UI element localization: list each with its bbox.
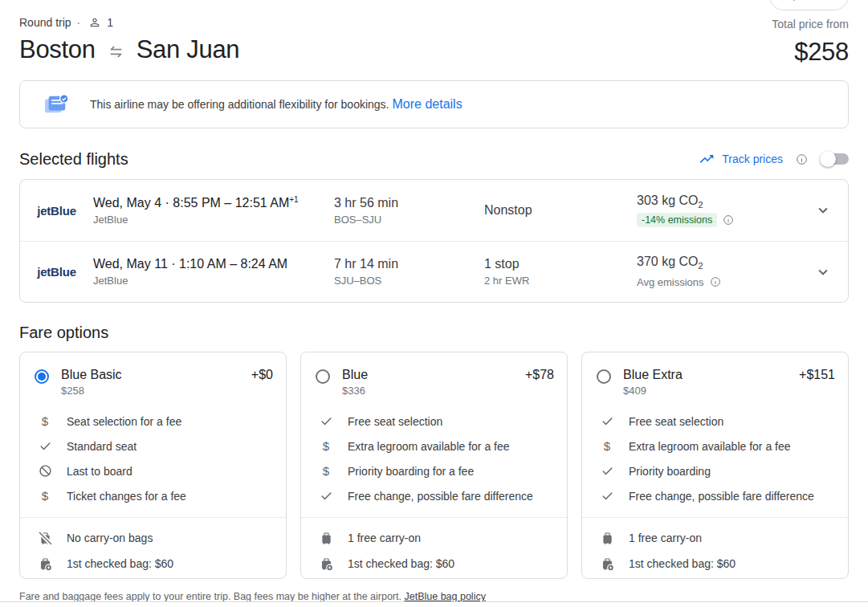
selected-flights-list: jetBlueWed, May 4 · 8:55 PM – 12:51 AM+1… xyxy=(19,179,849,303)
origin-city: Boston xyxy=(19,34,96,66)
flight-route: BOS–SJU xyxy=(334,214,484,226)
fare-disclaimer: Fare and baggage fees apply to your enti… xyxy=(19,591,849,602)
flight-duration: 3 hr 56 min xyxy=(334,196,484,210)
trip-summary: Round trip · 1 xyxy=(19,0,849,29)
destination-city: San Juan xyxy=(137,34,240,66)
emissions-info-icon[interactable] xyxy=(723,214,734,226)
check-icon xyxy=(317,489,335,503)
check-icon xyxy=(598,489,616,503)
flight-duration: 7 hr 14 min xyxy=(334,257,484,271)
card-divider xyxy=(582,517,848,518)
fare-feature: Free seat selection xyxy=(582,409,848,434)
share-button[interactable]: Share xyxy=(769,0,849,10)
fare-card-blue[interactable]: Blue$336+$78Free seat selection$Extra le… xyxy=(300,352,568,579)
fare-radio-blue[interactable] xyxy=(316,369,330,384)
selected-flights-title: Selected flights xyxy=(19,150,128,169)
total-price-label: Total price from xyxy=(772,18,849,31)
dollar-icon: $ xyxy=(598,439,616,453)
fare-delta-price: +$0 xyxy=(251,368,273,382)
fare-feature: Free change, possible fare difference xyxy=(582,483,848,508)
slash-circle-icon xyxy=(36,464,54,478)
track-prices-label[interactable]: Track prices xyxy=(722,153,783,165)
fare-base-price: $409 xyxy=(623,385,799,397)
fare-delta-price: +$151 xyxy=(799,368,835,382)
baggage-item: 1st checked bag: $60 xyxy=(20,551,286,576)
fare-feature: $Ticket changes for a fee xyxy=(20,483,286,508)
flight-co2: 303 kg CO2 xyxy=(637,194,789,210)
route-title: Boston San Juan xyxy=(19,34,849,66)
booking-flexibility-icon xyxy=(43,92,70,116)
price-block: Total price from $258 xyxy=(772,18,849,67)
flight-expand-chevron-icon[interactable] xyxy=(814,263,832,281)
fare-name: Blue Basic xyxy=(61,368,251,382)
track-prices-toggle[interactable] xyxy=(821,153,849,165)
flight-stops: 1 stop xyxy=(484,257,637,271)
total-price: $258 xyxy=(772,38,849,67)
flight-stops: Nonstop xyxy=(484,203,637,218)
fare-feature: Free change, possible fare difference xyxy=(301,483,567,508)
bottom-divider xyxy=(0,601,868,602)
check-icon xyxy=(317,414,335,428)
baggage-item: No carry-on bags xyxy=(20,525,286,551)
flight-datetime: Wed, May 11 · 1:10 AM – 8:24 AM xyxy=(93,257,334,271)
airline-name: JetBlue xyxy=(93,214,334,226)
fare-feature: $Seat selection for a fee xyxy=(20,409,286,434)
more-details-link[interactable]: More details xyxy=(393,97,463,112)
share-button-label: Share xyxy=(804,0,833,2)
dollar-icon: $ xyxy=(317,464,335,478)
flight-emissions: -14% emissions xyxy=(637,210,789,227)
no-carry-on-icon xyxy=(36,531,54,546)
checked-bag-icon xyxy=(598,556,616,572)
fare-feature: Free seat selection xyxy=(301,409,567,434)
dollar-icon: $ xyxy=(36,489,54,503)
fare-radio-blue-extra[interactable] xyxy=(597,369,611,384)
fare-options-title: Fare options xyxy=(19,324,108,342)
fare-disclaimer-text: Fare and baggage fees apply to your enti… xyxy=(19,591,401,602)
baggage-item: 1st checked bag: $60 xyxy=(582,551,848,576)
fare-feature: Standard seat xyxy=(20,434,286,458)
flight-expand-chevron-icon[interactable] xyxy=(814,202,832,219)
fare-card-blue-basic[interactable]: Blue Basic$258+$0$Seat selection for a f… xyxy=(19,352,287,579)
dollar-icon: $ xyxy=(36,414,54,428)
fare-feature: $Extra legroom available for a fee xyxy=(582,434,848,458)
fare-card-blue-extra[interactable]: Blue Extra$409+$151Free seat selection$E… xyxy=(581,352,849,579)
bag-policy-link[interactable]: JetBlue bag policy xyxy=(404,591,485,602)
flexibility-banner: This airline may be offering additional … xyxy=(19,80,849,128)
emissions-info-icon[interactable] xyxy=(710,276,721,287)
banner-text: This airline may be offering additional … xyxy=(90,98,389,111)
airline-name: JetBlue xyxy=(93,275,334,287)
dollar-icon: $ xyxy=(317,439,335,453)
share-icon xyxy=(784,0,797,4)
flight-route: SJU–BOS xyxy=(334,275,484,287)
checked-bag-icon xyxy=(36,556,54,572)
fare-name: Blue Extra xyxy=(623,368,799,382)
fare-base-price: $336 xyxy=(342,385,525,397)
check-icon xyxy=(598,464,616,478)
flight-co2: 370 kg CO2 xyxy=(637,255,789,271)
airline-logo: jetBlue xyxy=(37,204,76,218)
baggage-item: 1 free carry-on xyxy=(582,525,848,551)
card-divider xyxy=(20,517,286,518)
airline-logo: jetBlue xyxy=(37,265,76,279)
baggage-item: 1st checked bag: $60 xyxy=(301,551,567,576)
fare-radio-blue-basic[interactable] xyxy=(35,369,49,384)
checked-bag-icon xyxy=(317,556,335,572)
flight-stop-detail: 2 hr EWR xyxy=(484,275,637,287)
emissions-label: Avg emissions xyxy=(637,276,704,288)
passenger-icon xyxy=(88,16,101,29)
emissions-label: -14% emissions xyxy=(637,213,717,227)
flight-booking-page: Share Round trip · 1 Boston San Juan Tot… xyxy=(0,0,868,607)
flight-row[interactable]: jetBlueWed, May 4 · 8:55 PM – 12:51 AM+1… xyxy=(20,180,848,241)
flight-row[interactable]: jetBlueWed, May 11 · 1:10 AM – 8:24 AMJe… xyxy=(20,241,848,302)
baggage-item: 1 free carry-on xyxy=(301,525,567,551)
track-prices-info-icon[interactable] xyxy=(796,153,808,165)
fare-feature: $Priority boarding for a fee xyxy=(301,458,567,483)
fare-delta-price: +$78 xyxy=(525,368,554,382)
toggle-knob xyxy=(820,151,836,167)
swap-arrows-icon xyxy=(106,39,126,62)
flight-emissions: Avg emissions xyxy=(637,271,789,289)
fare-name: Blue xyxy=(342,368,525,382)
fare-options-grid: Blue Basic$258+$0$Seat selection for a f… xyxy=(19,352,849,579)
carry-on-icon xyxy=(317,531,335,546)
card-divider xyxy=(301,517,567,518)
